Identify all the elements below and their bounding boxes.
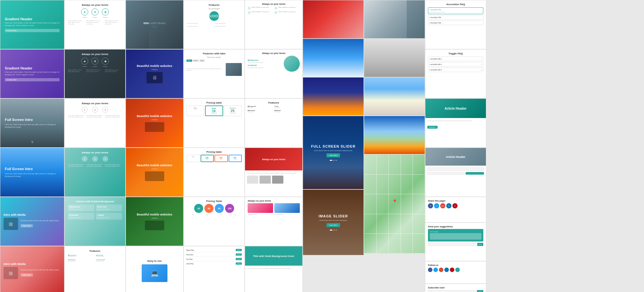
thumbnail-always-terms-white-1[interactable]: Always on your terms ◈ Feature ⊞ Feature… [64, 0, 126, 49]
tab-active-1[interactable]: Tab 1 [186, 59, 192, 62]
teal-text-3: Lorem ipsum dolor sit amet consectetur a… [105, 164, 122, 167]
thumbnail-features-circles[interactable]: Features Our advantages 500000 Lorem ips… [184, 0, 245, 49]
suggestions-textarea[interactable] [430, 233, 481, 240]
article-col-1 [427, 172, 446, 175]
thumbnail-fullscreen-intro-blue[interactable]: Full Screen Intro Click any 'Edit' butto… [0, 148, 64, 197]
thumbnail-col5-img1[interactable]: Always on your terms Lorem ipsum dolor s… [245, 148, 303, 197]
feat-circle-1: 500000 [209, 11, 219, 21]
thumbnail-col5-img2[interactable]: Always on your terms Lorem ipsum dolor s… [245, 197, 303, 246]
stat-1: 35 [194, 204, 203, 213]
feature-icon-2: ⊞ [91, 8, 99, 15]
follow-li[interactable] [444, 268, 449, 272]
price-list-btn-2[interactable]: Select [236, 253, 242, 256]
fullscreen-intro-text-1: Click any 'Edit' button from the top rig… [5, 123, 60, 129]
price-list-btn-3[interactable]: Select [236, 258, 242, 260]
dark-icon-3: ◉ [102, 58, 109, 65]
price-list-btn-4[interactable]: Select [236, 262, 242, 265]
share-title: Share this page! [428, 200, 483, 202]
continue-btn-1[interactable]: Continue Now [5, 29, 60, 32]
col5-circle-img [284, 56, 300, 72]
suggestions-name[interactable] [428, 243, 476, 246]
thumbnail-share[interactable]: Share this page! f t g+ in p [425, 197, 486, 223]
thumbnail-intro-media-arch[interactable]: Intro with Media Media [126, 0, 184, 49]
continue-btn-2[interactable]: Continue Now [5, 78, 60, 81]
social-facebook[interactable]: f [428, 203, 433, 208]
thumbnail-features-tabs[interactable]: Features with tabs Boost your ranking. T… [184, 49, 245, 98]
dark-icon-2: ⊞ [91, 58, 99, 65]
suggestions-submit[interactable]: Send [477, 243, 483, 246]
article-header-btn-teal[interactable]: Read More [427, 126, 438, 129]
thumbnail-intro-media-1[interactable]: Intro with Media ▦ Sample text goes here… [0, 197, 64, 246]
intro-media-btn-1[interactable]: Learn more [21, 224, 33, 227]
thumbnail-pricing-stats[interactable]: Pricing Table 35 65 90 150 Basic Plus Pr… [184, 197, 245, 246]
thumbnail-send-suggestions[interactable]: Send your suggestions Your message Send [425, 223, 486, 261]
thumbnail-mobile-sunset[interactable]: Beautiful mobile websites websites [126, 98, 184, 148]
column-6: FULL SCREEN SLIDER Lorem ipsum dolor sit… [303, 0, 364, 292]
thumbnail-article-header-teal[interactable]: Article Header Lorem ipsum dolor sit ame… [425, 98, 486, 148]
is-btn[interactable]: Learn More [327, 223, 340, 227]
fss-btn[interactable]: Learn More [327, 153, 340, 157]
col5-thumb-3 [272, 176, 283, 184]
thumbnail-col5-2[interactable]: Always on your terms ◉ Responsive Lorem … [245, 49, 303, 98]
thumbnail-pricing-3col[interactable]: Pricing table Plan Free Basic 19. 8GB St… [184, 98, 245, 148]
article-col-submit[interactable] [466, 172, 484, 175]
intro-media-btn-2[interactable]: Learn more [21, 273, 33, 277]
gradient-header-text-2: Click any 'Edit' button. Click the right… [5, 71, 60, 76]
thumbnail-follow-us[interactable]: Follow us [425, 261, 486, 284]
price-list-btn-1[interactable]: Select [236, 249, 242, 251]
is-title: IMAGE SLIDER [318, 214, 348, 218]
thumbnail-map[interactable]: 📍 [364, 154, 425, 253]
thumbnail-photo-city[interactable] [303, 77, 364, 116]
thumbnail-full-screen-slider[interactable]: FULL SCREEN SLIDER Lorem ipsum dolor sit… [303, 116, 364, 189]
social-twitter[interactable]: t [434, 203, 439, 208]
thumbnail-gradient-header-teal[interactable]: Gradient Header Click any 'Edit' button.… [0, 0, 64, 49]
follow-pi[interactable] [450, 268, 454, 272]
thumbnail-photo-building[interactable] [303, 39, 364, 77]
thumbnail-col5-features[interactable]: Features ◉ Responsive Lorem ipsum ✦ Fast… [245, 98, 303, 148]
tab-2[interactable]: Tab 2 [193, 59, 199, 62]
follow-fb[interactable] [428, 268, 432, 272]
thumbnail-article-header-white[interactable]: Article Header [425, 148, 486, 197]
article-filter-input[interactable] [427, 168, 484, 171]
thumbnail-col7-1[interactable] [364, 0, 425, 39]
follow-yt[interactable] [455, 268, 460, 272]
thumbnail-fullscreen-intro-gray[interactable]: Full Screen Intro Click any 'Edit' butto… [0, 98, 64, 148]
thumbnail-mobile-orange[interactable]: Beautiful mobile websites websites [126, 148, 184, 197]
thumbnail-col7-4[interactable] [364, 116, 425, 154]
easy-to-use-title: Easy to use [147, 260, 162, 262]
thumbnail-easy-to-use[interactable]: Easy to use 💻 [126, 246, 184, 292]
thumbnail-pricing-4col[interactable]: Pricing table Plan 19. 4GB 29. 8GB 49. 1… [184, 148, 245, 197]
thumbnail-always-terms-teal[interactable]: Always on your terms 1 2 3 Lorem ipsum d… [64, 148, 126, 197]
thumbnail-gradient-header-purple[interactable]: Gradient Header Click any 'Edit' button.… [0, 49, 64, 98]
thumbnail-always-terms-numbered-white[interactable]: Always on your terms 1 2 3 Lorem ipsum d… [64, 98, 126, 148]
tab-3[interactable]: Tab 3 [199, 59, 205, 62]
thumbnail-always-terms-dark[interactable]: Always on your terms ◈ Feature ⊞ Feature… [64, 49, 126, 98]
feat-grad-item-2: ◈ Fast Code [97, 206, 121, 208]
subscribe-email[interactable] [428, 290, 476, 292]
thumbnail-title-solid-bg[interactable]: Title with Solid Background Color Lorem … [245, 246, 303, 292]
thumbnail-col5-1[interactable]: Always on your terms ✓ What is Minima? L… [245, 0, 303, 49]
thumbnail-col7-3[interactable] [364, 77, 425, 116]
feat-text-2: Lorem ipsum dolor [215, 23, 241, 24]
thumbnail-mobile-dark[interactable]: Beautiful mobile websites websites 🖥 [126, 49, 184, 98]
thumbnail-col7-2[interactable] [364, 39, 425, 77]
thumbnail-accordion-faq[interactable]: Accordion FAQ + Accordion Title Lorem ip… [425, 0, 486, 49]
features-circles-subtitle: Our advantages [187, 8, 241, 10]
thumbnail-subscribe[interactable]: Subscribe now! Go! [425, 284, 486, 292]
features-tabs-title: Features with tabs [186, 52, 242, 55]
thumbnail-features-gradient[interactable]: Features with Gradient Background ◉ Resp… [64, 197, 126, 246]
thumbnail-toggle-faq[interactable]: Toggle FAQ + accordion title 1 − + accor… [425, 49, 486, 98]
thumbnail-intro-media-2[interactable]: Intro with Media ▦ Sample text goes here… [0, 246, 64, 292]
thumbnail-pricing-list[interactable]: Basic Plan Select Plus Plan Select Pro P… [184, 246, 245, 292]
social-linkedin[interactable]: in [446, 203, 451, 208]
follow-tw[interactable] [433, 268, 438, 272]
subscribe-btn[interactable]: Go! [477, 290, 483, 292]
social-google[interactable]: g+ [440, 203, 445, 208]
thumbnail-image-slider[interactable]: IMAGE SLIDER Lorem ipsum dolor sit amet … [303, 189, 364, 255]
thumbnail-mobile-green[interactable]: Beautiful mobile websites websites [126, 197, 184, 246]
accordion-faq-title: Accordion FAQ [428, 3, 483, 6]
thumbnail-photo-arch[interactable] [303, 0, 364, 39]
follow-gp[interactable] [439, 268, 443, 272]
thumbnail-features-white[interactable]: Features ◉ Responsive Lorem ipsum dolor … [64, 246, 126, 292]
social-pinterest[interactable]: p [452, 203, 458, 208]
